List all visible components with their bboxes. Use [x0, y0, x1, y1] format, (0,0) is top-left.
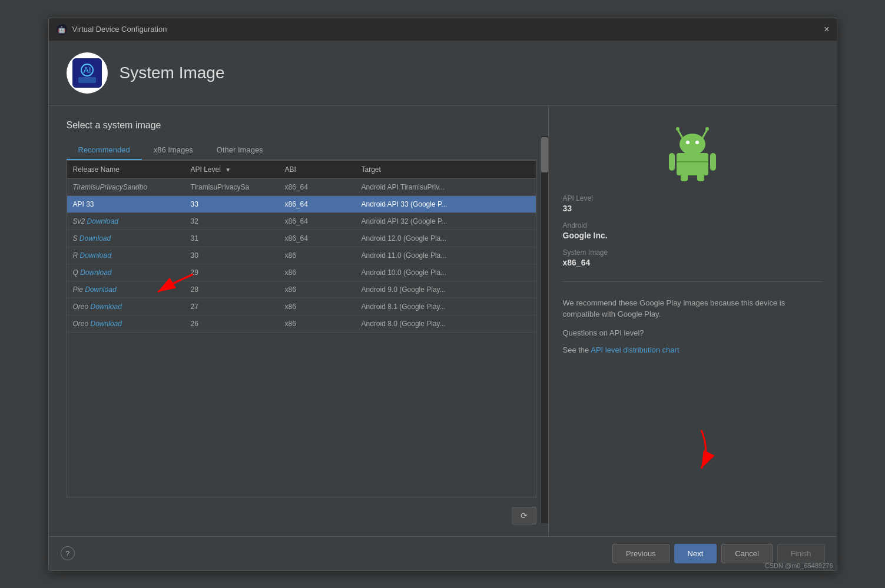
cell-target: Android 9.0 (Google Play...: [356, 281, 536, 298]
cell-abi: x86: [279, 281, 356, 298]
svg-rect-14: [669, 153, 675, 171]
api-level-label: API Level: [563, 194, 823, 202]
cell-release-name: Oreo Download: [67, 315, 185, 332]
cell-target: Android 11.0 (Google Pla...: [356, 247, 536, 264]
download-link[interactable]: Download: [80, 251, 111, 260]
help-button[interactable]: ?: [61, 546, 75, 560]
svg-point-8: [676, 127, 680, 131]
col-header-api-level[interactable]: API Level ▼: [185, 161, 279, 179]
cell-release-name: Oreo Download: [67, 298, 185, 315]
download-link[interactable]: Download: [80, 268, 111, 277]
content-area: Select a system image Recommended x86 Im…: [49, 106, 837, 536]
cell-api-level: 31: [185, 230, 279, 247]
table-row[interactable]: Oreo Download27x86Android 8.1 (Google Pl…: [67, 298, 536, 315]
cell-release-name: Q Download: [67, 264, 185, 281]
cell-release-name: S Download: [67, 230, 185, 247]
api-link-text: See the API level distribution chart: [563, 346, 823, 354]
android-value: Google Inc.: [563, 231, 823, 240]
title-bar: 🤖 Virtual Device Configuration ×: [49, 18, 837, 41]
finish-button[interactable]: Finish: [777, 544, 825, 563]
table-row[interactable]: Oreo Download26x86Android 8.0 (Google Pl…: [67, 315, 536, 332]
svg-point-11: [686, 141, 690, 144]
svg-point-12: [695, 141, 699, 144]
table-row[interactable]: Pie Download28x86Android 9.0 (Google Pla…: [67, 281, 536, 298]
question-text: Questions on API level?: [563, 328, 823, 337]
svg-text:AI: AI: [83, 65, 91, 75]
table-row[interactable]: R Download30x86Android 11.0 (Google Pla.…: [67, 247, 536, 264]
title-bar-title: Virtual Device Configuration: [72, 25, 167, 34]
android-studio-logo: AI: [72, 58, 102, 88]
section-title: Select a system image: [67, 120, 536, 131]
col-header-target: Target: [356, 161, 536, 179]
cell-api-level: 28: [185, 281, 279, 298]
svg-rect-5: [78, 77, 96, 83]
watermark: CSDN @m0_65489276: [765, 562, 833, 569]
footer: ? Previous Next Cancel Finish: [49, 536, 837, 570]
system-image-value: x86_64: [563, 258, 823, 267]
right-panel: API Level 33 Android Google Inc. System …: [548, 106, 837, 536]
cell-target: Android API 33 (Google P...: [356, 195, 536, 212]
cell-abi: x86_64: [279, 195, 356, 212]
cell-api-level: 33: [185, 195, 279, 212]
svg-point-10: [680, 134, 705, 155]
system-image-label: System Image: [563, 248, 823, 257]
table-row[interactable]: Sv2 Download32x86_64Android API 32 (Goog…: [67, 212, 536, 230]
next-button[interactable]: Next: [674, 544, 717, 563]
cell-target: Android 8.1 (Google Play...: [356, 298, 536, 315]
cell-abi: x86: [279, 264, 356, 281]
api-level-value: 33: [563, 204, 823, 213]
previous-button[interactable]: Previous: [612, 544, 669, 563]
tabs-container: Recommended x86 Images Other Images: [67, 140, 536, 160]
svg-text:🤖: 🤖: [58, 25, 66, 34]
table-row[interactable]: Q Download29x86Android 10.0 (Google Pla.…: [67, 264, 536, 281]
system-image-table: Release Name API Level ▼ ABI Target Tira…: [67, 160, 536, 497]
col-header-abi: ABI: [279, 161, 356, 179]
cell-abi: x86: [279, 298, 356, 315]
cancel-button[interactable]: Cancel: [721, 544, 772, 563]
cell-api-level: 30: [185, 247, 279, 264]
header-section: AI System Image: [49, 41, 837, 106]
system-image-icon-circle: AI: [67, 52, 108, 94]
table-row[interactable]: TiramisuPrivacySandboTiramisuPrivacySax8…: [67, 178, 536, 195]
download-link[interactable]: Download: [87, 217, 118, 225]
table-row[interactable]: API 3333x86_64Android API 33 (Google P..…: [67, 195, 536, 212]
cell-abi: x86_64: [279, 212, 356, 230]
android-studio-icon: 🤖: [56, 24, 68, 35]
download-link[interactable]: Download: [79, 234, 111, 242]
footer-left: ?: [61, 546, 75, 560]
android-label: Android: [563, 221, 823, 230]
svg-rect-17: [697, 174, 704, 181]
cell-api-level: 32: [185, 212, 279, 230]
left-panel: Select a system image Recommended x86 Im…: [49, 106, 548, 536]
table-header-row: Release Name API Level ▼ ABI Target: [67, 161, 536, 179]
svg-point-9: [705, 127, 709, 131]
col-header-release-name: Release Name: [67, 161, 185, 179]
tab-other-images[interactable]: Other Images: [205, 141, 275, 160]
svg-rect-13: [677, 153, 708, 175]
recommend-text: We recommend these Google Play images be…: [563, 297, 823, 320]
download-link[interactable]: Download: [91, 320, 122, 328]
api-level-chart-link[interactable]: API level distribution chart: [591, 346, 679, 354]
tab-recommended[interactable]: Recommended: [67, 141, 142, 160]
cell-release-name: Sv2 Download: [67, 212, 185, 230]
virtual-device-config-dialog: 🤖 Virtual Device Configuration × AI Syst…: [48, 18, 837, 571]
cell-api-level: 29: [185, 264, 279, 281]
cell-api-level: 26: [185, 315, 279, 332]
cell-release-name: R Download: [67, 247, 185, 264]
cell-abi: x86: [279, 247, 356, 264]
cell-target: Android 8.0 (Google Play...: [356, 315, 536, 332]
close-icon[interactable]: ×: [824, 25, 829, 34]
cell-abi: x86_64: [279, 230, 356, 247]
tab-x86-images[interactable]: x86 Images: [142, 141, 205, 160]
refresh-icon: ⟳: [521, 511, 528, 520]
cell-target: Android 12.0 (Google Pla...: [356, 230, 536, 247]
download-link[interactable]: Download: [91, 303, 122, 311]
refresh-button[interactable]: ⟳: [512, 507, 536, 524]
cell-release-name: API 33: [67, 195, 185, 212]
download-link[interactable]: Download: [85, 285, 116, 294]
cell-api-level: 27: [185, 298, 279, 315]
cell-target: Android 10.0 (Google Pla...: [356, 264, 536, 281]
table-row[interactable]: S Download31x86_64Android 12.0 (Google P…: [67, 230, 536, 247]
cell-target: Android API TiramisuPriv...: [356, 178, 536, 195]
sort-arrow-icon: ▼: [225, 167, 231, 173]
